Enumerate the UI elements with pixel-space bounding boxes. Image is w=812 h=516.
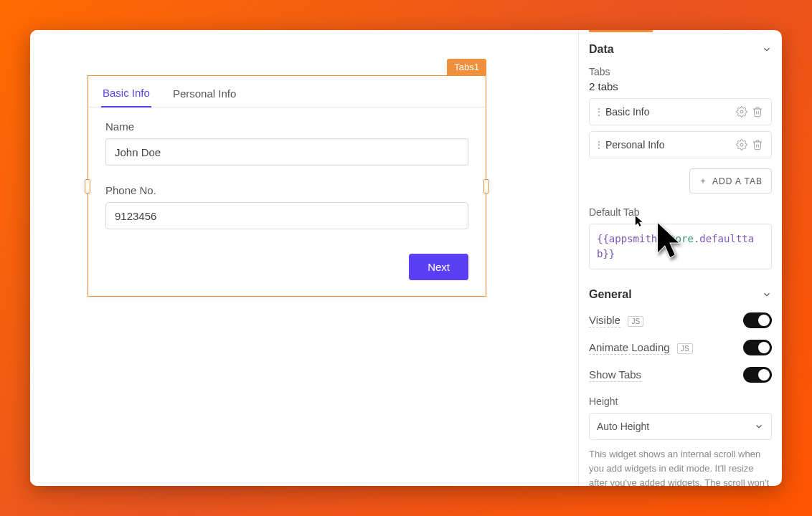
show-tabs-label: Show Tabs xyxy=(589,368,641,382)
plus-icon: ＋ xyxy=(699,175,708,187)
js-badge[interactable]: JS xyxy=(677,343,693,354)
chevron-down-icon xyxy=(762,290,772,300)
trash-icon[interactable] xyxy=(750,137,765,153)
svg-point-1 xyxy=(740,143,743,146)
visible-toggle[interactable] xyxy=(743,312,772,328)
section-data[interactable]: Data xyxy=(589,43,772,56)
phone-input[interactable] xyxy=(105,202,468,229)
next-button[interactable]: Next xyxy=(409,254,468,280)
drag-handle-icon[interactable]: ⋮⋮ xyxy=(594,139,601,150)
height-value: Auto Height xyxy=(597,421,649,432)
form-area: Name Phone No. Next xyxy=(88,108,486,296)
tab-row-item-0[interactable]: ⋮⋮ Basic Info xyxy=(589,98,772,125)
section-data-label: Data xyxy=(589,43,614,56)
add-tab-label: ADD A TAB xyxy=(712,176,763,186)
visible-row: Visible JS xyxy=(589,312,772,328)
tab-row-label-1: Personal Info xyxy=(605,139,734,150)
panel-accent xyxy=(589,30,653,32)
tab-row-label-0: Basic Info xyxy=(605,106,734,118)
resize-handle-left[interactable] xyxy=(85,179,90,194)
height-select[interactable]: Auto Height xyxy=(589,413,772,440)
trash-icon[interactable] xyxy=(750,104,765,120)
chevron-down-icon xyxy=(754,421,764,431)
name-input[interactable] xyxy=(105,138,468,166)
section-general[interactable]: General xyxy=(589,288,772,301)
animate-row: Animate Loading JS xyxy=(589,340,772,355)
resize-handle-right[interactable] xyxy=(483,179,489,194)
show-tabs-row: Show Tabs xyxy=(589,367,772,383)
properties-panel[interactable]: Data Tabs 2 tabs ⋮⋮ Basic Info ⋮⋮ Person… xyxy=(578,30,782,486)
name-label: Name xyxy=(105,120,468,133)
svg-point-0 xyxy=(740,110,743,113)
chevron-down-icon xyxy=(762,44,772,54)
widget-name-tag[interactable]: Tabs1 xyxy=(447,59,486,76)
section-general-label: General xyxy=(589,288,632,301)
phone-label: Phone No. xyxy=(105,184,468,196)
canvas-area[interactable]: Tabs1 Basic Info Personal Info Name Phon… xyxy=(30,30,578,486)
tabs-widget[interactable]: Tabs1 Basic Info Personal Info Name Phon… xyxy=(88,75,486,297)
show-tabs-toggle[interactable] xyxy=(743,367,772,383)
tabs-label: Tabs xyxy=(589,66,772,77)
drag-handle-icon[interactable]: ⋮⋮ xyxy=(594,106,601,118)
visible-label: Visible xyxy=(589,314,620,328)
js-badge[interactable]: JS xyxy=(628,316,643,327)
add-tab-button[interactable]: ＋ ADD A TAB xyxy=(689,168,772,194)
height-help-text: This widget shows an internal scroll whe… xyxy=(589,447,772,486)
tabs-count-text: 2 tabs xyxy=(589,80,772,92)
gear-icon[interactable] xyxy=(734,104,750,120)
default-tab-code-input[interactable]: {{appsmith.store.defaulttab}} xyxy=(589,224,772,269)
app-window: Tabs1 Basic Info Personal Info Name Phon… xyxy=(30,30,782,486)
animate-toggle[interactable] xyxy=(743,340,772,355)
default-tab-label: Default Tab xyxy=(589,206,772,218)
gear-icon[interactable] xyxy=(734,137,750,153)
tab-row: Basic Info Personal Info xyxy=(88,76,486,108)
animate-label: Animate Loading xyxy=(589,341,670,355)
tab-basic-info[interactable]: Basic Info xyxy=(101,80,151,108)
height-label: Height xyxy=(589,396,772,407)
tab-personal-info[interactable]: Personal Info xyxy=(171,80,237,107)
tab-row-item-1[interactable]: ⋮⋮ Personal Info xyxy=(589,131,772,158)
